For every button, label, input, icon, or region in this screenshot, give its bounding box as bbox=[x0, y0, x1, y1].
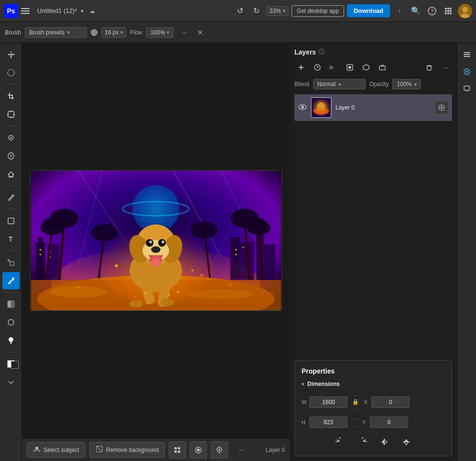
brush-tool-label: Brush bbox=[5, 29, 21, 36]
rocket-button[interactable] bbox=[211, 441, 228, 459]
redo-button[interactable]: ↻ bbox=[250, 4, 263, 18]
brush-presets-selector[interactable]: Brush presets ▾ bbox=[25, 27, 87, 38]
comments-button[interactable] bbox=[459, 81, 475, 97]
rotate-cw-button[interactable] bbox=[355, 435, 369, 449]
download-button[interactable]: Download bbox=[347, 4, 390, 17]
generate-button[interactable] bbox=[169, 441, 186, 459]
rotate-ccw-button[interactable] bbox=[333, 435, 347, 449]
share-button[interactable]: ↑ bbox=[393, 4, 406, 18]
svg-point-91 bbox=[161, 241, 164, 243]
canvas-wrapper[interactable] bbox=[22, 43, 290, 438]
layer-item[interactable]: Layer 0 bbox=[294, 94, 452, 121]
layer-settings-button[interactable] bbox=[435, 101, 448, 114]
svg-text:?: ? bbox=[431, 8, 433, 14]
brush-size-selector[interactable]: 16 px ▾ bbox=[101, 27, 126, 38]
expand-tools[interactable] bbox=[2, 373, 20, 391]
svg-point-4 bbox=[450, 8, 452, 10]
flip-h-button[interactable] bbox=[377, 435, 391, 449]
opacity-selector[interactable]: 100% ▾ bbox=[392, 79, 421, 89]
move-tool[interactable] bbox=[2, 46, 20, 63]
smudge-tool[interactable] bbox=[2, 314, 20, 331]
svg-rect-63 bbox=[242, 247, 244, 248]
svg-point-117 bbox=[197, 449, 200, 451]
undo-button[interactable]: ↺ bbox=[234, 4, 247, 18]
x-label: X bbox=[364, 399, 368, 405]
eyedropper-tool[interactable] bbox=[2, 189, 20, 206]
x-input[interactable] bbox=[371, 396, 410, 408]
more-layer-options[interactable]: ··· bbox=[439, 61, 452, 74]
zoom-value: 33% bbox=[270, 8, 281, 14]
magic-wand-tool[interactable] bbox=[2, 254, 20, 271]
mask-button[interactable] bbox=[343, 61, 357, 74]
group-layers-button[interactable] bbox=[376, 61, 389, 74]
svg-point-2 bbox=[445, 8, 447, 10]
flow-value-selector[interactable]: 100% ▾ bbox=[146, 27, 174, 38]
gradient-tool[interactable] bbox=[2, 296, 20, 313]
svg-point-10 bbox=[450, 12, 452, 14]
width-input[interactable] bbox=[309, 396, 347, 408]
smart-object-button[interactable] bbox=[359, 61, 373, 74]
svg-rect-114 bbox=[174, 450, 177, 453]
svg-rect-138 bbox=[464, 52, 470, 53]
add-layer-button[interactable] bbox=[294, 61, 308, 74]
svg-rect-20 bbox=[11, 110, 12, 112]
svg-rect-112 bbox=[174, 447, 177, 450]
fx-button[interactable]: fx bbox=[327, 61, 340, 74]
zoom-selector[interactable]: 33% ▾ bbox=[266, 6, 289, 16]
more-options-button[interactable]: ··· bbox=[177, 26, 191, 39]
flip-v-button[interactable] bbox=[399, 435, 413, 449]
search-button[interactable]: 🔍 bbox=[409, 4, 422, 18]
ps-logo: Ps bbox=[4, 4, 18, 18]
brush-size-value: 16 px bbox=[105, 29, 119, 36]
layers-info-icon[interactable]: ⓘ bbox=[319, 48, 325, 56]
foreground-color[interactable] bbox=[2, 355, 20, 373]
content-aware-button[interactable] bbox=[190, 441, 207, 459]
layer-visibility-toggle[interactable] bbox=[298, 104, 307, 111]
more-bottom-button[interactable]: ··· bbox=[232, 441, 249, 459]
svg-rect-27 bbox=[9, 176, 13, 177]
svg-point-94 bbox=[151, 259, 161, 267]
select-subject-button[interactable]: Select subject bbox=[27, 442, 86, 458]
svg-rect-56 bbox=[263, 244, 275, 280]
svg-point-108 bbox=[176, 290, 179, 293]
transform-tool[interactable] bbox=[2, 106, 20, 123]
height-input[interactable] bbox=[309, 417, 347, 428]
text-tool[interactable]: T bbox=[2, 230, 20, 248]
hy-link: — — bbox=[352, 416, 357, 429]
pen-tool active[interactable] bbox=[2, 272, 20, 289]
dimensions-header[interactable]: ▾ Dimensions bbox=[302, 381, 445, 387]
svg-rect-61 bbox=[235, 249, 237, 251]
doc-chevron-icon[interactable]: ▾ bbox=[81, 8, 84, 14]
get-desktop-button[interactable]: Get desktop app bbox=[292, 5, 344, 17]
delete-layer-button[interactable] bbox=[422, 61, 436, 74]
dodge-tool[interactable] bbox=[2, 332, 20, 349]
stamp-tool[interactable] bbox=[2, 165, 20, 183]
blend-mode-selector[interactable]: Normal ▾ bbox=[313, 79, 366, 89]
adjust-layer-button[interactable] bbox=[311, 61, 324, 74]
svg-rect-51 bbox=[38, 237, 43, 280]
close-tool-button[interactable]: ✕ bbox=[195, 27, 206, 38]
svg-rect-62 bbox=[235, 254, 237, 255]
crop-tool[interactable] bbox=[2, 88, 20, 105]
y-input[interactable] bbox=[370, 417, 408, 428]
user-avatar[interactable] bbox=[458, 4, 472, 18]
zoom-chevron-icon: ▾ bbox=[283, 8, 285, 13]
svg-rect-115 bbox=[178, 450, 180, 453]
expand-panel-button[interactable] bbox=[459, 47, 475, 62]
svg-point-35 bbox=[8, 319, 14, 325]
canvas-image[interactable] bbox=[30, 170, 282, 311]
hy-row: H — — Y bbox=[302, 416, 445, 429]
apps-button[interactable] bbox=[442, 4, 455, 18]
rocket-tool[interactable] bbox=[2, 147, 20, 165]
help-button[interactable]: ? bbox=[425, 4, 439, 18]
spot-heal-tool[interactable] bbox=[2, 129, 20, 146]
svg-point-32 bbox=[12, 277, 14, 279]
svg-rect-29 bbox=[8, 218, 14, 224]
remove-background-button[interactable]: Remove background bbox=[89, 442, 165, 458]
lasso-tool[interactable] bbox=[2, 64, 20, 81]
adjustments-button[interactable] bbox=[459, 64, 475, 79]
svg-point-106 bbox=[167, 294, 169, 296]
svg-point-12 bbox=[462, 7, 468, 12]
shape-tool[interactable] bbox=[2, 212, 20, 230]
hamburger-button[interactable] bbox=[21, 5, 32, 17]
